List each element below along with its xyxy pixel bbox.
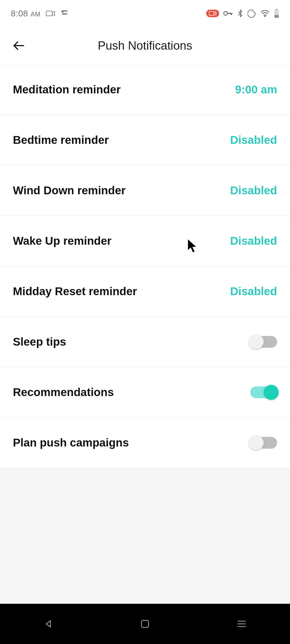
svg-rect-8 [274, 15, 279, 18]
row-label: Midday Reset reminder [13, 285, 137, 298]
status-ampm: AM [31, 10, 41, 18]
settings-list: Meditation reminder 9:00 am Bedtime remi… [0, 64, 290, 468]
row-plan-push-campaigns[interactable]: Plan push campaigns [0, 418, 290, 468]
status-time: 8:08 AM [11, 9, 41, 19]
recommendations-toggle[interactable] [250, 386, 277, 398]
row-value: Disabled [230, 285, 277, 298]
nav-home-button[interactable] [134, 613, 156, 635]
row-midday-reset-reminder[interactable]: Midday Reset reminder Disabled [0, 266, 290, 317]
battery-icon [274, 9, 279, 18]
nav-recent-button[interactable] [231, 613, 252, 635]
svg-point-2 [224, 12, 227, 15]
plan-push-campaigns-toggle[interactable] [250, 437, 277, 449]
triangle-back-icon [43, 619, 54, 629]
svg-rect-1 [209, 12, 214, 16]
row-wake-up-reminder[interactable]: Wake Up reminder Disabled [0, 216, 290, 266]
svg-rect-9 [142, 620, 148, 627]
system-nav-bar [0, 604, 290, 644]
row-label: Wind Down reminder [13, 184, 126, 197]
row-value: Disabled [230, 134, 277, 147]
svg-rect-4 [231, 13, 232, 15]
recording-badge-icon [206, 10, 219, 17]
cast-icon [60, 10, 68, 17]
row-label: Wake Up reminder [13, 235, 111, 247]
row-value: Disabled [230, 235, 277, 247]
status-bar: 8:08 AM [0, 0, 290, 27]
status-clock: 8:08 [11, 9, 28, 18]
row-value: 9:00 am [235, 83, 277, 96]
app-bar: Push Notifications [0, 27, 290, 64]
screen-record-icon [46, 10, 55, 17]
vpn-key-icon [223, 11, 233, 16]
row-wind-down-reminder[interactable]: Wind Down reminder Disabled [0, 165, 290, 216]
sleep-tips-toggle[interactable] [250, 336, 277, 348]
row-sleep-tips[interactable]: Sleep tips [0, 317, 290, 367]
menu-recent-icon [236, 620, 247, 628]
svg-point-5 [265, 16, 266, 17]
nav-back-button[interactable] [38, 613, 59, 635]
wifi-icon [260, 10, 270, 17]
back-button[interactable] [5, 32, 32, 59]
row-label: Recommendations [13, 386, 114, 399]
square-home-icon [140, 619, 150, 629]
row-recommendations[interactable]: Recommendations [0, 367, 290, 418]
arrow-left-icon [11, 38, 26, 53]
row-label: Plan push campaigns [13, 436, 129, 449]
empty-space [0, 468, 290, 604]
bluetooth-icon [237, 9, 243, 18]
row-label: Bedtime reminder [13, 134, 109, 147]
row-label: Sleep tips [13, 335, 66, 348]
svg-rect-0 [46, 11, 52, 16]
do-not-disturb-icon [248, 9, 256, 18]
page-title: Push Notifications [98, 39, 192, 52]
row-meditation-reminder[interactable]: Meditation reminder 9:00 am [0, 64, 290, 115]
row-value: Disabled [230, 184, 277, 197]
row-bedtime-reminder[interactable]: Bedtime reminder Disabled [0, 115, 290, 165]
row-label: Meditation reminder [13, 83, 121, 96]
svg-rect-6 [276, 9, 278, 10]
